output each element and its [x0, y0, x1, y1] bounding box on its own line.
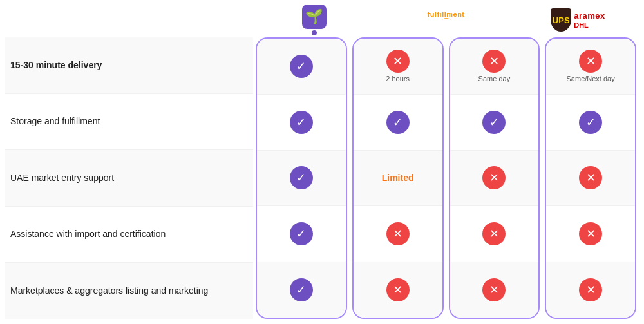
x-icon: ✕ [482, 166, 506, 189]
nextday-cell-4: ✕ [546, 206, 635, 262]
nextday-cell-5: ✕ [546, 262, 635, 318]
provider-col-sameday: ✕ Same day ✓ ✕ ✕ ✕ [449, 37, 540, 319]
feature-row-delivery: 15-30 minute delivery [5, 37, 253, 94]
feature-row-storage: Storage and fulfillment [5, 94, 253, 151]
x-icon: ✕ [579, 166, 602, 189]
sameday-cell-2: ✓ [450, 95, 539, 151]
header: 🌱 fulfillment ⌒ UPS aramex DHL [0, 0, 644, 37]
x-icon: ✕ [579, 278, 602, 301]
check-icon: ✓ [290, 222, 313, 245]
feature-import-text: Assistance with import and certification [10, 228, 166, 241]
feature-uae-text: UAE market entry support [10, 172, 114, 185]
sameday-cell-1-label: Same day [478, 75, 511, 82]
limited-text: Limited [382, 173, 414, 183]
check-icon: ✓ [290, 111, 313, 134]
x-icon: ✕ [386, 50, 410, 73]
features-column: 15-30 minute delivery Storage and fulfil… [5, 37, 253, 319]
x-icon: ✕ [482, 222, 506, 245]
amazon-cell-2: ✓ [354, 95, 442, 151]
jiffy-cell-2: ✓ [257, 95, 346, 151]
jiffy-cell-4: ✓ [257, 206, 346, 262]
sameday-cell-1: ✕ Same day [450, 39, 539, 95]
nextday-cell-3: ✕ [546, 151, 635, 207]
sameday-cell-3: ✕ [450, 151, 539, 207]
amazon-cell-5: ✕ [354, 262, 442, 318]
x-icon: ✕ [482, 50, 506, 73]
sameday-cell-5: ✕ [450, 262, 539, 318]
jiffy-logo-icon: 🌱 [302, 5, 327, 29]
feature-marketplaces-text: Marketplaces & aggregators listing and m… [10, 285, 208, 298]
ups-shield-icon: UPS [551, 8, 571, 32]
comparison-table: 15-30 minute delivery Storage and fulfil… [0, 37, 644, 324]
provider-col-jiffy: ✓ ✓ ✓ ✓ ✓ [256, 37, 347, 319]
amazon-cell-1-label: 2 hours [386, 75, 410, 82]
jiffy-dot [312, 30, 317, 35]
jiffy-cell-3: ✓ [257, 151, 346, 207]
nextday-cell-1-label: Same/Next day [567, 75, 615, 82]
x-icon: ✕ [579, 50, 602, 73]
x-icon: ✕ [482, 278, 506, 301]
check-icon: ✓ [482, 111, 506, 134]
x-icon: ✕ [386, 278, 410, 301]
check-icon: ✓ [386, 111, 410, 134]
feature-row-uae: UAE market entry support [5, 150, 253, 207]
feature-row-marketplaces: Marketplaces & aggregators listing and m… [5, 263, 253, 319]
aramex-logo-text: aramex [574, 11, 605, 21]
nextday-cell-1: ✕ Same/Next day [546, 39, 635, 95]
x-icon: ✕ [386, 222, 410, 245]
x-icon: ✕ [579, 222, 602, 245]
check-icon: ✓ [579, 111, 602, 134]
feature-row-import: Assistance with import and certification [5, 207, 253, 263]
jiffy-cell-5: ✓ [257, 262, 346, 318]
amazon-arrow-icon: ⌒ [441, 17, 451, 30]
amazon-cell-3: Limited [354, 151, 442, 207]
check-icon: ✓ [290, 55, 313, 78]
dhl-logo-text: DHL [574, 21, 589, 29]
logo-jiffy: 🌱 [248, 5, 380, 35]
logo-amazon-fulfillment: fulfillment ⌒ [380, 10, 512, 30]
provider-col-amazon: ✕ 2 hours ✓ Limited ✕ ✕ [352, 37, 444, 319]
check-icon: ✓ [290, 278, 313, 301]
check-icon: ✓ [290, 166, 313, 189]
provider-col-nexday: ✕ Same/Next day ✓ ✕ ✕ ✕ [545, 37, 636, 319]
jiffy-cell-1: ✓ [257, 39, 346, 95]
page: 🌱 fulfillment ⌒ UPS aramex DHL [0, 0, 644, 324]
feature-delivery-text: 15-30 minute delivery [10, 59, 102, 72]
amazon-cell-4: ✕ [354, 206, 442, 262]
nextday-cell-2: ✓ [546, 95, 635, 151]
sameday-cell-4: ✕ [450, 206, 539, 262]
feature-storage-text: Storage and fulfillment [10, 115, 100, 128]
amazon-cell-1: ✕ 2 hours [354, 39, 442, 95]
logo-ups-aramex: UPS aramex DHL [512, 8, 644, 32]
